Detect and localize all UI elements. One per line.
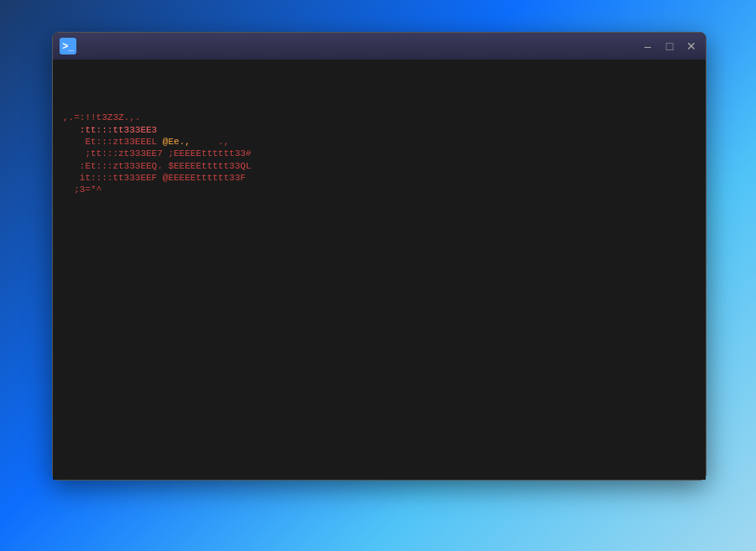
konsole-window: >_ – □ ✕ ,.=:!!t3Z3Z.,. :tt:::tt333EE3 E…	[52, 32, 706, 481]
terminal-body[interactable]: ,.=:!!t3Z3Z.,. :tt:::tt333EE3 Et:::zt33E…	[53, 60, 706, 480]
titlebar: >_ – □ ✕	[53, 33, 706, 60]
initial-command-line	[63, 66, 696, 108]
close-button[interactable]: ✕	[684, 39, 699, 54]
titlebar-app-icon: >_	[60, 38, 76, 55]
maximize-button[interactable]: □	[662, 39, 677, 54]
ascii-art: ,.=:!!t3Z3Z.,. :tt:::tt333EE3 Et:::zt33E…	[63, 112, 251, 195]
minimize-button[interactable]: –	[640, 39, 655, 54]
neofetch-output: ,.=:!!t3Z3Z.,. :tt:::tt333EE3 Et:::zt33E…	[63, 112, 696, 195]
